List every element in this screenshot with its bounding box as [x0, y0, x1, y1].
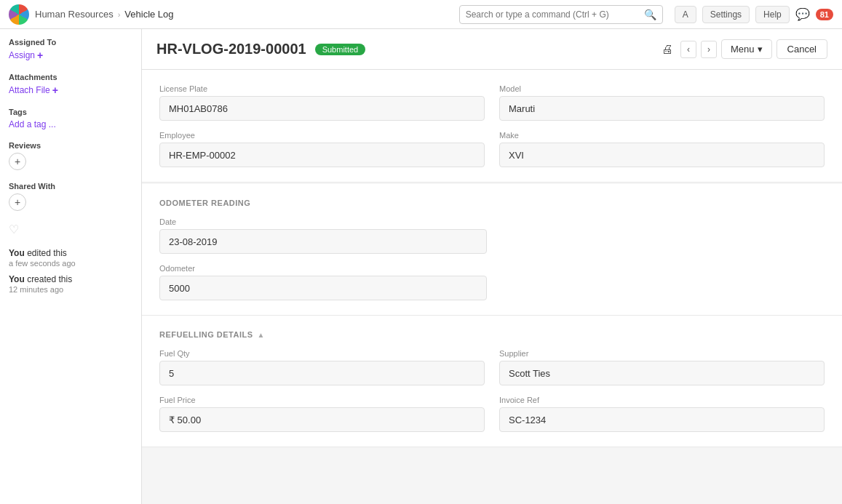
invoice-ref-value: SC-1234 [499, 407, 825, 432]
fuel-price-group: Fuel Price ₹ 50.00 [159, 396, 485, 432]
prev-record-btn[interactable]: ‹ [680, 41, 696, 58]
refuelling-section: REFUELLING DETAILS ▲ Fuel Qty 5 Supplier… [142, 316, 842, 447]
refuelling-row-2: Fuel Price ₹ 50.00 Invoice Ref SC-1234 [159, 396, 825, 432]
activity-item-0: You edited this a few seconds ago [9, 248, 132, 268]
attach-file-action[interactable]: Attach File + [9, 84, 132, 96]
assign-label[interactable]: Assign [9, 50, 35, 60]
assigned-to-title: Assigned To [9, 38, 132, 47]
assign-plus-icon: + [37, 49, 43, 61]
add-review-btn[interactable]: + [9, 153, 26, 170]
fuel-qty-label: Fuel Qty [159, 349, 485, 358]
like-icon[interactable]: ♡ [9, 223, 132, 236]
refuelling-row-1: Fuel Qty 5 Supplier Scott Ties [159, 349, 825, 385]
invoice-ref-label: Invoice Ref [499, 396, 825, 404]
menu-chevron-icon: ▾ [758, 44, 763, 55]
refuelling-section-title: REFUELLING DETAILS [159, 330, 253, 339]
add-tag-label[interactable]: Add a tag ... [9, 119, 56, 129]
status-badge: Submitted [315, 44, 366, 55]
help-btn[interactable]: Help [755, 6, 790, 23]
breadcrumb: Human Resources › Vehicle Log [35, 9, 174, 20]
model-value: Maruti [499, 96, 825, 121]
header-actions: 🖨 ‹ › Menu ▾ Cancel [659, 39, 827, 59]
shared-with-title: Shared With [9, 182, 132, 191]
vehicle-row-2: Employee HR-EMP-00002 Make XVI [159, 131, 825, 167]
date-group: Date 23-08-2019 [159, 217, 487, 254]
breadcrumb-human-resources[interactable]: Human Resources [35, 9, 114, 20]
top-nav: Human Resources › Vehicle Log 🔍 A Settin… [0, 0, 842, 29]
odometer-section-title: ODOMETER READING [159, 199, 250, 207]
tags-title: Tags [9, 108, 132, 116]
add-shared-btn[interactable]: + [9, 193, 26, 211]
refuelling-section-header: REFUELLING DETAILS ▲ [159, 330, 825, 339]
attach-plus-icon: + [52, 84, 58, 96]
employee-label: Employee [159, 131, 485, 140]
date-value: 23-08-2019 [159, 229, 487, 254]
shared-with-section: Shared With + [9, 182, 132, 211]
assigned-to-section: Assigned To Assign + [9, 38, 132, 61]
activity-actor-1: You [9, 274, 25, 284]
nav-actions: A Settings Help 💬 81 [675, 6, 833, 23]
breadcrumb-vehicle-log: Vehicle Log [124, 9, 173, 20]
license-plate-label: License Plate [159, 84, 485, 93]
menu-btn[interactable]: Menu ▾ [721, 39, 772, 59]
fuel-price-label: Fuel Price [159, 396, 485, 404]
make-value: XVI [499, 143, 825, 167]
odometer-row-1: Date 23-08-2019 [159, 217, 825, 254]
add-tag-action[interactable]: Add a tag ... [9, 119, 132, 129]
settings-btn[interactable]: Settings [702, 6, 750, 23]
license-plate-value: MH01AB0786 [159, 96, 485, 121]
cancel-btn[interactable]: Cancel [777, 39, 827, 59]
page-header: HR-VLOG-2019-00001 Submitted 🖨 ‹ › Menu … [142, 29, 842, 70]
model-label: Model [499, 84, 825, 93]
app-logo[interactable] [9, 4, 29, 25]
activity-item-1: You created this 12 minutes ago [9, 274, 132, 295]
print-btn[interactable]: 🖨 [659, 40, 676, 59]
odometer-label: Odometer [159, 264, 487, 273]
attachments-title: Attachments [9, 73, 132, 81]
activity-time-0: a few seconds ago [9, 259, 76, 268]
make-label: Make [499, 131, 825, 140]
date-label: Date [159, 217, 487, 226]
employee-group: Employee HR-EMP-00002 [159, 131, 485, 167]
notification-btn[interactable]: 💬 [795, 7, 810, 21]
vehicle-row-1: License Plate MH01AB0786 Model Maruti [159, 84, 825, 121]
attach-file-label[interactable]: Attach File [9, 85, 50, 95]
search-bar[interactable]: 🔍 [459, 5, 663, 24]
menu-label: Menu [731, 44, 755, 55]
assign-action[interactable]: Assign + [9, 49, 132, 61]
notification-badge: 81 [816, 9, 833, 20]
employee-value: HR-EMP-00002 [159, 143, 485, 167]
activity-time-1: 12 minutes ago [9, 285, 63, 294]
search-input[interactable] [466, 9, 640, 20]
activity-action-0: edited this [27, 248, 67, 258]
fuel-qty-group: Fuel Qty 5 [159, 349, 485, 385]
activity-action-1: created this [27, 274, 72, 284]
odometer-section-header: ODOMETER READING [159, 199, 825, 207]
reviews-title: Reviews [9, 141, 132, 150]
breadcrumb-separator-1: › [118, 10, 121, 19]
sidebar: Assigned To Assign + Attachments Attach … [0, 29, 142, 504]
page-container: Assigned To Assign + Attachments Attach … [0, 29, 842, 504]
page-title: HR-VLOG-2019-00001 [156, 41, 306, 57]
supplier-label: Supplier [499, 349, 825, 358]
make-group: Make XVI [499, 131, 825, 167]
odometer-value: 5000 [159, 276, 487, 300]
vehicle-info-section: License Plate MH01AB0786 Model Maruti Em… [142, 70, 842, 183]
user-avatar-btn[interactable]: A [675, 6, 696, 23]
search-icon[interactable]: 🔍 [644, 9, 656, 20]
license-plate-group: License Plate MH01AB0786 [159, 84, 485, 121]
reviews-section: Reviews + [9, 141, 132, 170]
fuel-qty-value: 5 [159, 361, 485, 385]
invoice-ref-group: Invoice Ref SC-1234 [499, 396, 825, 432]
collapse-icon[interactable]: ▲ [258, 331, 265, 339]
attachments-section: Attachments Attach File + [9, 73, 132, 96]
main-content: HR-VLOG-2019-00001 Submitted 🖨 ‹ › Menu … [142, 29, 842, 504]
odometer-row-2: Odometer 5000 [159, 264, 825, 300]
supplier-value: Scott Ties [499, 361, 825, 385]
next-record-btn[interactable]: › [701, 41, 717, 58]
fuel-price-value: ₹ 50.00 [159, 407, 485, 432]
odometer-section: ODOMETER READING Date 23-08-2019 Odomete… [142, 184, 842, 316]
activity-section: You edited this a few seconds ago You cr… [9, 248, 132, 295]
model-group: Model Maruti [499, 84, 825, 121]
supplier-group: Supplier Scott Ties [499, 349, 825, 385]
